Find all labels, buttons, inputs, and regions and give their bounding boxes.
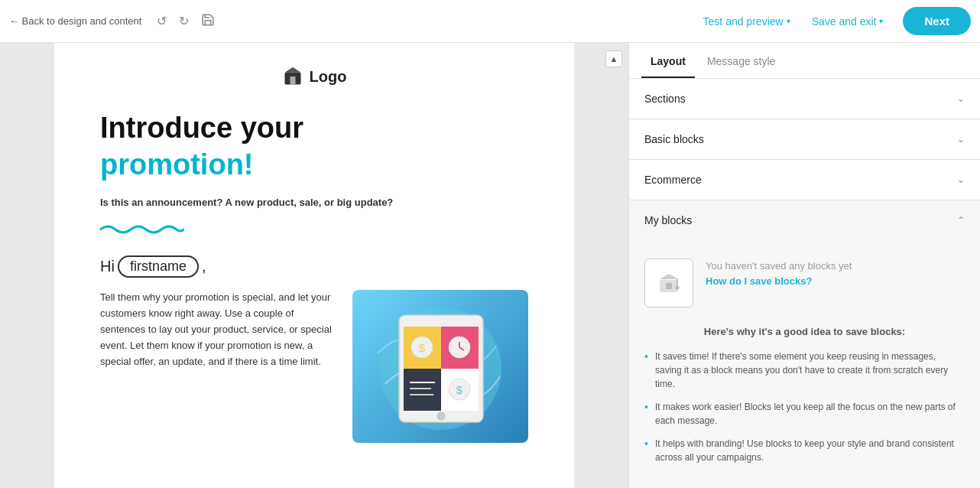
accordion-ecommerce-label: Ecommerce [644,174,702,186]
email-body-image: $ $ [352,290,528,443]
email-headline-line1: Introduce your [100,112,528,145]
save-draft-button[interactable] [198,10,218,33]
main-layout: ▲ Logo Introduce your promotion! Is this… [0,43,980,488]
panel-tabs: Layout Message style [629,43,980,79]
accordion-ecommerce-header[interactable]: Ecommerce ⌄ [629,160,980,200]
firstname-badge: firstname [118,255,199,278]
email-logo: Logo [100,66,528,87]
svg-point-20 [437,412,445,420]
accordion-sections-chevron: ⌄ [957,93,965,104]
svg-rect-25 [666,283,672,289]
topbar-left: ← Back to design and content ↺ ↻ [9,10,693,33]
accordion-ecommerce-chevron: ⌄ [957,174,965,185]
svg-text:$: $ [418,341,425,354]
next-button[interactable]: Next [903,7,971,35]
undo-button[interactable]: ↺ [154,11,170,31]
accordion-my-blocks: My blocks ⌃ [629,200,980,488]
back-to-design-link[interactable]: ← Back to design and content [9,15,141,27]
email-greeting: Hi firstname , [100,255,528,278]
how-to-save-link[interactable]: How do I save blocks? [706,275,852,287]
accordion-basic-blocks-chevron: ⌄ [957,134,965,145]
my-blocks-content: You haven't saved any blocks yet How do … [629,240,980,488]
accordion-my-blocks-chevron: ⌃ [957,215,965,226]
email-body-text: Tell them why your promotion is special,… [100,290,334,369]
save-exit-chevron-icon: ▾ [879,17,883,25]
topbar-icons: ↺ ↻ [154,10,218,33]
save-blocks-info: Here's why it's a good idea to save bloc… [644,326,965,464]
accordion-sections: Sections ⌄ [629,79,980,119]
scroll-up-button[interactable]: ▲ [605,50,622,67]
accordion-basic-blocks: Basic blocks ⌄ [629,119,980,160]
no-blocks-box: You haven't saved any blocks yet How do … [644,259,965,307]
topbar-right: Test and preview ▾ Save and exit ▾ Next [693,7,971,35]
email-preview: Logo Introduce your promotion! Is this a… [54,43,574,488]
save-exit-link[interactable]: Save and exit ▾ [801,9,894,34]
accordion-basic-blocks-label: Basic blocks [644,133,704,145]
graduation-icon [655,269,683,297]
save-blocks-reason-1: It saves time! If there's some element y… [644,350,965,391]
test-preview-chevron-icon: ▾ [787,17,790,25]
svg-marker-1 [284,67,300,73]
accordion-sections-label: Sections [644,93,686,105]
logo-text: Logo [310,68,347,86]
panel-content: Sections ⌄ Basic blocks ⌄ Ecommerce ⌄ [629,79,980,488]
right-panel: Layout Message style Sections ⌄ Basic bl… [628,43,980,488]
email-body: Tell them why your promotion is special,… [100,290,528,443]
email-subtext: Is this an announcement? A new product, … [100,197,528,208]
save-blocks-list: It saves time! If there's some element y… [644,350,965,464]
no-blocks-info: You haven't saved any blocks yet How do … [706,259,852,287]
wave-divider [100,222,528,237]
tab-layout[interactable]: Layout [641,43,695,78]
save-icon [201,13,215,30]
accordion-my-blocks-label: My blocks [644,214,692,226]
save-blocks-reason-3: It helps with branding! Use blocks to ke… [644,437,965,464]
blocks-icon-wrapper [644,259,693,307]
undo-icon: ↺ [157,14,167,28]
canvas-area: ▲ Logo Introduce your promotion! Is this… [0,43,628,488]
save-blocks-title: Here's why it's a good idea to save bloc… [644,326,965,337]
redo-icon: ↻ [179,14,189,28]
accordion-basic-blocks-header[interactable]: Basic blocks ⌄ [629,119,980,159]
save-exit-label: Save and exit [812,15,877,28]
no-blocks-text: You haven't saved any blocks yet [706,260,852,272]
test-preview-label: Test and preview [703,15,784,28]
greeting-suffix: , [202,258,206,275]
email-headline-line2: promotion! [100,148,528,182]
test-preview-link[interactable]: Test and preview ▾ [693,9,801,34]
tablet-illustration-svg: $ $ [370,292,511,441]
accordion-sections-header[interactable]: Sections ⌄ [629,79,980,119]
save-blocks-reason-2: It makes work easier! Blocks let you kee… [644,400,965,428]
accordion-ecommerce: Ecommerce ⌄ [629,160,980,200]
svg-text:$: $ [456,383,462,396]
accordion-my-blocks-header[interactable]: My blocks ⌃ [629,200,980,240]
svg-marker-22 [660,274,678,279]
greeting-prefix: Hi [100,258,115,275]
logo-icon [282,66,303,87]
topbar: ← Back to design and content ↺ ↻ Tes [0,0,980,43]
svg-point-24 [676,286,680,290]
svg-rect-2 [290,76,295,85]
redo-button[interactable]: ↻ [176,11,192,31]
tab-message-style[interactable]: Message style [698,43,784,78]
svg-rect-8 [404,369,441,411]
